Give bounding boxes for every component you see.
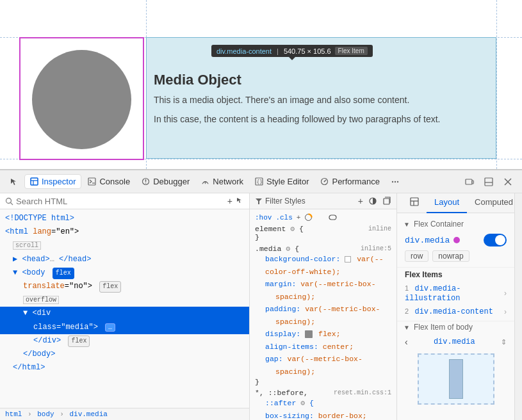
tree-line[interactable]: <!DOCTYPE html> [0,212,249,225]
main-scrollbar[interactable] [514,193,522,420]
flex-item-1[interactable]: 1 div.media-illustration › [397,282,514,305]
console-label: Console [99,177,130,186]
add-rule-icon[interactable]: + [358,196,363,206]
breadcrumb-body[interactable]: body [37,410,54,418]
media-text1: This is a media object. There's an image… [154,95,409,105]
performance-tab[interactable]: Performance [315,175,384,188]
flex-dot [453,237,460,243]
color-circle-icon[interactable] [304,213,313,222]
more-tools-icon[interactable] [386,173,404,191]
flex-item-1-num: 1 [405,284,409,292]
add-rule-btn[interactable]: + [297,214,301,222]
layout-content: ▼ Flex Container div.media row nowrap Fl… [397,213,514,420]
style-prop: box-sizing: border-box; [255,410,391,420]
tree-line[interactable]: <html lang="en"> [0,225,249,239]
close-devtools-icon[interactable] [499,173,517,191]
svg-point-7 [145,182,147,184]
tree-line[interactable]: overflow [0,293,249,307]
flex-item-2-name: div.media-content [414,307,493,316]
style-selector: element ⚙ { [255,224,304,233]
devtools-main: + <!DOCTYPE html> <html lang="en"> scrol… [0,193,522,420]
style-prop: spacing); [255,316,391,328]
tree-line[interactable]: ▼ <body flex [0,266,249,280]
style-prop: padding: var(--metric-box- [255,303,391,316]
flex-nav-left[interactable]: ‹ [405,337,408,347]
svg-point-14 [395,181,396,182]
media-text2: In this case, the content is a heading f… [154,114,441,124]
style-source: inline [368,225,391,232]
pseudo-classes-row: :hov .cls + [250,212,396,223]
html-tree[interactable]: <!DOCTYPE html> <html lang="en"> scroll … [0,209,249,408]
style-prop: align-items: center; [255,341,391,353]
tree-line[interactable]: </div> flex [0,334,249,348]
flex-diagram [397,350,514,408]
svg-text:{}: {} [256,179,263,185]
pick-element-icon[interactable] [235,196,244,205]
add-node-icon[interactable]: + [227,196,232,206]
cls-label[interactable]: .cls [275,214,292,222]
flex-nav-row: ‹ div.media ⇕ [397,334,514,350]
toggle-icon[interactable] [329,213,337,222]
style-prop: spacing); [255,291,391,303]
svg-point-13 [392,181,393,182]
flex-container-element[interactable]: div.media [405,236,450,245]
tab-computed[interactable]: Computed [467,193,514,213]
search-input[interactable] [16,197,225,206]
svg-rect-26 [384,198,389,204]
devtools-toolbar: Inspector Console Debugger Network {} St… [0,170,522,193]
breadcrumb-html[interactable]: html [5,410,22,418]
flex-toggle[interactable] [484,234,507,246]
layout-tabs: Layout Computed Changes Fonts Animations [397,193,514,213]
breadcrumb-div-media[interactable]: div.media [69,410,107,418]
copy-styles-icon[interactable] [382,197,391,206]
style-source-media: inline:5 [361,245,391,252]
tree-line-selected-child[interactable]: class="media"> … [0,321,249,334]
inspector-cursor-icon[interactable] [5,173,23,191]
debugger-tab[interactable]: Debugger [136,175,195,188]
inspector-label: Inspector [42,177,76,186]
flex-badge-row[interactable]: row [405,250,428,262]
dark-mode-icon[interactable] [316,213,325,222]
media-illustration-box [19,37,144,160]
style-editor-tab[interactable]: {} Style Editor [250,175,314,188]
flex-item-body-arrow[interactable]: ▼ [404,324,410,331]
responsive-design-icon[interactable] [461,173,478,191]
console-tab[interactable]: Console [83,175,135,188]
style-closing: } [255,233,391,241]
filter-styles-label: Filter Styles [265,197,306,206]
hov-label[interactable]: :hov [255,214,272,222]
tree-line[interactable]: </html> [0,361,249,375]
style-selector-media: .media ⚙ { [255,244,299,253]
flex-container-label: div.media [405,236,460,245]
debugger-label: Debugger [153,177,190,186]
flex-diagram-box [449,359,463,399]
svg-point-22 [6,198,12,203]
flex-nav-selector[interactable]: ⇕ [501,338,507,346]
network-tab[interactable]: Network [196,175,249,188]
tree-line[interactable]: translate="no"> flex [0,280,249,293]
grid-line-v2 [496,0,497,169]
tree-line[interactable]: ▶ <head>… </head> [0,253,249,266]
media-heading: Media Object [154,72,241,88]
tree-line-selected[interactable]: ▼ <div [0,307,249,320]
flex-nav-label[interactable]: div.media [434,337,475,346]
flex-item-body-header: ▼ Flex Item of body [397,321,514,334]
svg-rect-18 [485,178,493,186]
inspector-tab[interactable]: Inspector [24,174,81,189]
svg-rect-28 [329,215,336,220]
flex-container-arrow[interactable]: ▼ [404,221,410,228]
tooltip-dimensions: 540.75 × 105.6 [284,47,331,55]
style-closing: } [255,378,391,386]
style-rule-media: .media ⚙ { inline:5 background-color: va… [250,243,396,387]
style-prop: spacing); [255,366,391,378]
tree-line[interactable]: scroll [0,239,249,252]
tab-layout[interactable]: Layout [427,193,467,213]
flex-item-2[interactable]: 2 div.media-content › [397,305,514,318]
tree-line[interactable]: </body> [0,348,249,361]
tab-layout-icon[interactable] [402,193,427,213]
svg-rect-17 [472,181,474,184]
dock-icon[interactable] [480,173,498,191]
light-dark-icon[interactable] [368,197,377,206]
flex-badge-nowrap[interactable]: nowrap [432,250,469,262]
network-label: Network [213,177,243,186]
